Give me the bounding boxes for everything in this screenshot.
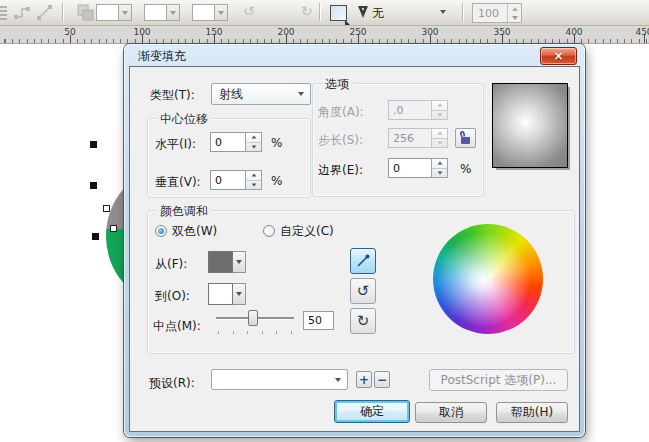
angle-label: 角度(A):: [318, 104, 364, 121]
to-color-dropdown[interactable]: [208, 283, 246, 305]
edge-input[interactable]: 0: [388, 158, 432, 178]
to-color-swatch: [208, 283, 233, 305]
steps-input: 256: [388, 128, 432, 148]
presets-label: 预设(R):: [149, 375, 195, 392]
vertical-label: 垂直(V):: [155, 174, 201, 191]
ruler-label: 300: [421, 27, 438, 37]
outline-pen-icon[interactable]: [358, 6, 368, 18]
postscript-options-button: PostScript 选项(P)...: [429, 369, 568, 391]
horizontal-spinner[interactable]: [245, 132, 262, 152]
to-label: 到(O):: [155, 288, 190, 305]
ruler-label: 150: [205, 27, 222, 37]
rotate-ccw-icon: ↺: [357, 282, 370, 300]
angle-value: .0: [393, 104, 404, 117]
chevron-down-icon: [298, 92, 304, 96]
fill-swatch-dropdown[interactable]: [96, 4, 132, 21]
horizontal-unit: %: [271, 136, 282, 150]
connector-tool-icon[interactable]: [13, 4, 31, 21]
swatch-box: [192, 4, 215, 21]
ccw-blend-button[interactable]: ↺: [350, 278, 376, 304]
node-handle[interactable]: [110, 225, 117, 232]
rotate-cw-icon: ↻: [357, 312, 370, 330]
selection-handle[interactable]: [92, 233, 99, 240]
slider-ticks: [218, 331, 292, 334]
remove-preset-button[interactable]: −: [374, 371, 390, 388]
rotate-cw-icon[interactable]: ↻: [301, 3, 313, 19]
toolbar: ↺ ↻ 无 100: [0, 0, 649, 26]
midpoint-input[interactable]: 50: [303, 311, 334, 330]
steps-spinner: [431, 128, 448, 148]
dialog-title: 渐变填充: [138, 48, 186, 65]
ruler-label: 400: [565, 27, 582, 37]
toolbar-separator: [319, 3, 321, 21]
ok-button[interactable]: 确定: [334, 400, 410, 423]
help-button[interactable]: 帮助(H): [496, 402, 568, 423]
gradient-fill-dialog: 渐变填充 × 类型(T): 射线 选项 角度(A): .0 步长(S):: [124, 44, 585, 437]
outline-swatch-dropdown[interactable]: [144, 4, 180, 21]
wrap-text-icon[interactable]: [330, 5, 347, 21]
edge-label: 边界(E):: [318, 162, 363, 179]
close-button[interactable]: ×: [540, 47, 577, 65]
rotate-ccw-icon[interactable]: ↺: [243, 3, 255, 19]
cw-blend-button[interactable]: ↻: [350, 308, 376, 334]
cancel-label: 取消: [439, 404, 463, 421]
two-color-label: 双色(W): [172, 223, 217, 240]
presets-dropdown[interactable]: [211, 369, 348, 390]
center-offset-group-label: 中心位移: [156, 111, 212, 128]
midpoint-label: 中点(M):: [153, 318, 201, 335]
close-icon: ×: [553, 51, 563, 61]
dialog-titlebar[interactable]: 渐变填充: [124, 44, 585, 66]
line-nodes-tool-icon[interactable]: [36, 4, 54, 21]
custom-label: 自定义(C): [280, 223, 334, 240]
opacity-value: 100: [473, 7, 507, 20]
type-dropdown[interactable]: 射线: [211, 83, 311, 105]
selection-handle[interactable]: [90, 182, 97, 189]
custom-radio[interactable]: 自定义(C): [263, 224, 334, 238]
toolbar-clipped-icon: [0, 4, 7, 20]
slider-thumb[interactable]: [248, 310, 258, 326]
steps-lock-button[interactable]: [455, 128, 476, 148]
vertical-input[interactable]: 0: [210, 170, 246, 190]
background-swatch-dropdown[interactable]: [192, 4, 228, 21]
color-blend-group-label: 颜色调和: [156, 203, 212, 220]
ruler-label: 450: [635, 27, 649, 37]
edge-unit: %: [460, 162, 471, 176]
app-window: ↺ ↻ 无 100 50 100 150 200 250 300 350 400…: [0, 0, 649, 442]
chevron-down-icon: [215, 4, 228, 21]
outline-width-value[interactable]: 无: [372, 5, 384, 22]
node-handle[interactable]: [103, 205, 110, 212]
vertical-spinner[interactable]: [245, 170, 262, 190]
angle-spinner: [431, 100, 448, 120]
opacity-spinner[interactable]: 100: [472, 3, 522, 23]
from-label: 从(F):: [155, 256, 187, 273]
chevron-down-icon: [335, 378, 341, 382]
angle-input: .0: [388, 100, 432, 120]
spinner-arrows-icon[interactable]: [507, 4, 521, 22]
ruler-label: 100: [133, 27, 150, 37]
ruler-label: 350: [493, 27, 510, 37]
direct-blend-button[interactable]: [350, 248, 376, 274]
selection-handle[interactable]: [90, 141, 97, 148]
vertical-unit: %: [271, 174, 282, 188]
chevron-down-icon: [119, 4, 132, 21]
horizontal-label: 水平(I):: [155, 136, 196, 153]
options-group-label: 选项: [321, 76, 353, 93]
edge-spinner[interactable]: [431, 158, 448, 178]
color-wheel[interactable]: [433, 224, 543, 334]
help-label: 帮助(H): [511, 404, 553, 421]
horizontal-value: 0: [215, 136, 222, 149]
ruler-label: 50: [64, 27, 75, 37]
minus-icon: −: [377, 374, 387, 386]
swatch-box: [96, 4, 119, 21]
add-preset-button[interactable]: +: [356, 371, 372, 388]
two-color-radio[interactable]: 双色(W): [155, 224, 217, 238]
from-color-dropdown[interactable]: [208, 251, 246, 273]
horizontal-input[interactable]: 0: [210, 132, 246, 152]
steps-label: 步长(S):: [318, 132, 363, 149]
radio-icon: [263, 225, 275, 237]
type-label: 类型(T):: [150, 87, 195, 104]
midpoint-slider[interactable]: [216, 310, 294, 334]
cancel-button[interactable]: 取消: [415, 402, 487, 423]
group-objects-icon[interactable]: [76, 3, 96, 22]
outline-width-chevron-icon[interactable]: [440, 10, 446, 14]
